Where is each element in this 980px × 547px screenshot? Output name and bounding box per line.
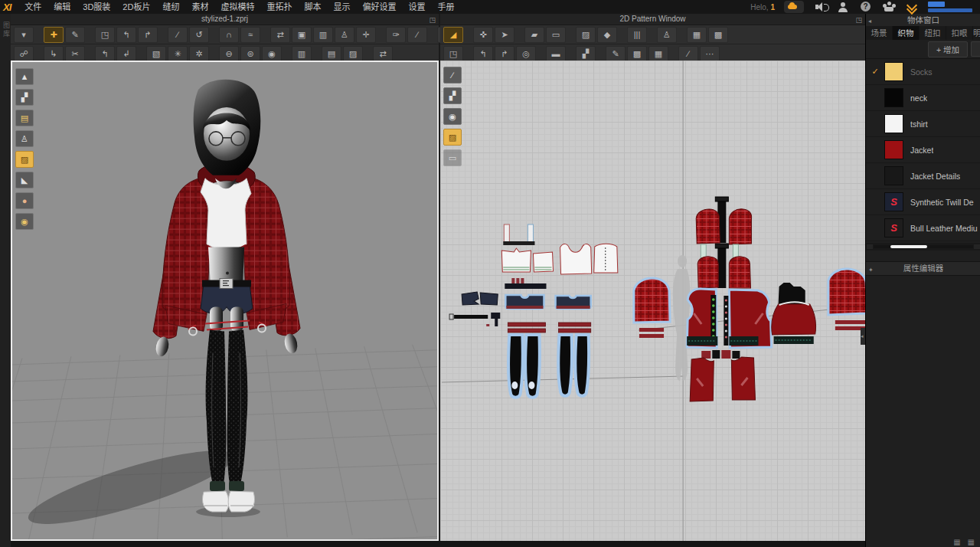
- fabric-list-scrollbar[interactable]: [866, 243, 980, 251]
- rectangle-tool[interactable]: ▭: [546, 27, 566, 43]
- stitch-shirr-tool[interactable]: ✲: [189, 46, 209, 62]
- buttonhole-tool[interactable]: ⊚: [240, 46, 260, 62]
- edit-pattern-tool[interactable]: ✜: [473, 27, 493, 43]
- fabric-swatch[interactable]: [884, 140, 903, 159]
- button-tool[interactable]: ⊖: [219, 46, 239, 62]
- menu-item[interactable]: 设置: [402, 0, 431, 14]
- tab-topstitch[interactable]: 明线: [973, 26, 980, 40]
- menu-item[interactable]: 文件: [18, 0, 47, 14]
- select-mesh-tool[interactable]: ✎: [65, 27, 85, 43]
- fabric-swatch[interactable]: S: [884, 218, 903, 237]
- fabric-swatch[interactable]: [884, 88, 903, 107]
- magnet-pin-tool[interactable]: ◎: [516, 46, 536, 62]
- sew-garment-tool[interactable]: ▞: [576, 46, 596, 62]
- pattern-layout[interactable]: [440, 61, 865, 541]
- float-window-icon[interactable]: ◳: [855, 15, 862, 25]
- fold-arrange-tool[interactable]: ↰: [95, 46, 115, 62]
- zipper-tool[interactable]: ▧: [146, 46, 166, 62]
- library-collapsed-panel[interactable]: 图库: [0, 14, 11, 547]
- panel-splitter-handle[interactable]: ◂: [861, 328, 865, 345]
- pick-move-tool[interactable]: ↳: [44, 46, 64, 62]
- pleat-fold-tool[interactable]: ▦: [648, 46, 668, 62]
- tack-tool[interactable]: ✑: [386, 27, 406, 43]
- flip-garment-tool[interactable]: ⇄: [270, 27, 290, 43]
- iron-tool[interactable]: ▬: [546, 46, 566, 62]
- pattern-image-tool[interactable]: ▨: [576, 27, 596, 43]
- puckering-tool[interactable]: ✳: [168, 46, 188, 62]
- remove-pin-tool[interactable]: ↱: [138, 27, 158, 43]
- dart-tool[interactable]: ◆: [597, 27, 617, 43]
- rotate-gizmo-tool[interactable]: ↺: [189, 27, 209, 43]
- fabric-swatch[interactable]: [884, 114, 903, 133]
- tab-buttonhole[interactable]: 扣眼: [946, 26, 973, 40]
- fabric-swatch[interactable]: S: [884, 192, 903, 211]
- free-sewing-tool[interactable]: ≈: [240, 27, 260, 43]
- panel-bottom-icons[interactable]: ▦ ▦: [953, 538, 977, 546]
- avatar-silhouette-toggle[interactable]: ♙: [657, 27, 677, 43]
- fabric-bull-leather[interactable]: ✓ S Bull Leather Mediu: [866, 215, 980, 241]
- pleat-sew-tool[interactable]: ▩: [627, 46, 647, 62]
- scrollbar-thumb[interactable]: [890, 245, 927, 248]
- 3d-scene-canvas[interactable]: [12, 62, 437, 539]
- menu-item[interactable]: 虚拟模特: [214, 0, 260, 14]
- show-pattern-fill-toggle[interactable]: ▨: [443, 129, 462, 146]
- menu-item[interactable]: 重拓扑: [260, 0, 298, 14]
- help-icon[interactable]: ?: [859, 2, 873, 12]
- pin-tool[interactable]: ◳: [95, 27, 115, 43]
- menu-item[interactable]: 缝纫: [156, 0, 185, 14]
- sewing-tape-tool[interactable]: ∕: [407, 27, 427, 43]
- tab-button[interactable]: 纽扣: [920, 26, 946, 40]
- polygon-tool[interactable]: ▰: [524, 27, 544, 43]
- fabric-neck[interactable]: ✓ neck: [866, 85, 980, 111]
- fabric-swatch[interactable]: [884, 62, 903, 81]
- speaker-icon[interactable]: [813, 2, 827, 12]
- fabric-socks[interactable]: ✓ Socks: [866, 59, 980, 85]
- flatten-tool[interactable]: ▤: [322, 46, 341, 62]
- panel-collapse-icon[interactable]: ◂: [868, 15, 871, 28]
- arrangement-tool[interactable]: ▣: [292, 27, 312, 43]
- texture-edit-tool[interactable]: ✎: [606, 46, 626, 62]
- transform-pattern-tool[interactable]: ◢: [443, 27, 463, 43]
- menu-item[interactable]: 素材: [185, 0, 214, 14]
- library-tab-label[interactable]: 图库: [2, 21, 11, 38]
- 3d-viewport[interactable]: ▲▞▤♙▨◣●◉: [11, 61, 439, 541]
- float-window-icon[interactable]: ◳: [429, 15, 436, 25]
- lock-pattern-toggle[interactable]: ▭: [443, 149, 462, 166]
- tab-scene[interactable]: 场景: [866, 26, 893, 40]
- show-environment-toggle[interactable]: ◉: [15, 213, 34, 230]
- needle-tool[interactable]: ∕: [168, 27, 188, 43]
- pin-2d-tool[interactable]: ◳: [443, 46, 463, 62]
- show-pattern-toggle[interactable]: ▨: [15, 151, 34, 168]
- show-sewing-toggle[interactable]: ∕: [443, 67, 462, 84]
- avatar-display-tool[interactable]: ♙: [335, 27, 354, 43]
- show-seams-toggle[interactable]: ▤: [15, 110, 34, 126]
- community-icon[interactable]: [882, 2, 896, 12]
- menu-item[interactable]: 偏好设置: [356, 0, 402, 14]
- curve-tool[interactable]: ↱: [495, 46, 514, 62]
- pin-curve-tool[interactable]: ↰: [116, 27, 136, 43]
- show-land-toggle[interactable]: ▲: [15, 68, 34, 85]
- seamline-tool[interactable]: ∕: [678, 46, 698, 62]
- show-skin-toggle[interactable]: ●: [15, 192, 34, 209]
- fabric-jacket[interactable]: ✓ Jacket: [866, 137, 980, 163]
- pleats-tool[interactable]: |||: [627, 27, 647, 43]
- show-grainline-toggle[interactable]: ◉: [443, 108, 462, 125]
- notification-link[interactable]: [928, 2, 974, 12]
- pose-tool[interactable]: ☍: [14, 46, 34, 62]
- add-fabric-button[interactable]: + 增加: [928, 41, 968, 57]
- fabric-jacket-details[interactable]: ✓ Jacket Details: [866, 163, 980, 189]
- copy-fabric-button[interactable]: [971, 41, 980, 57]
- show-garment-2d-toggle[interactable]: ▞: [443, 87, 462, 104]
- measure-tool[interactable]: ⋯: [700, 46, 720, 62]
- collapse-chevrons-icon[interactable]: [905, 2, 919, 12]
- fabric-button-tool[interactable]: ◉: [262, 46, 282, 62]
- flatten-seam-tool[interactable]: ▨: [343, 46, 363, 62]
- mannequin-tool[interactable]: ✛: [356, 27, 376, 43]
- select-move-tool[interactable]: ✚: [44, 27, 64, 43]
- user-account-icon[interactable]: [836, 2, 850, 12]
- fabric-swatch[interactable]: [884, 166, 903, 185]
- show-cloth-toggle[interactable]: ◣: [15, 172, 34, 188]
- fabric-synthetic-twill[interactable]: ✓ S Synthetic Twill De: [866, 189, 980, 215]
- grid-settings-tool[interactable]: ▩: [708, 27, 728, 43]
- menu-item[interactable]: 3D服装: [77, 0, 116, 14]
